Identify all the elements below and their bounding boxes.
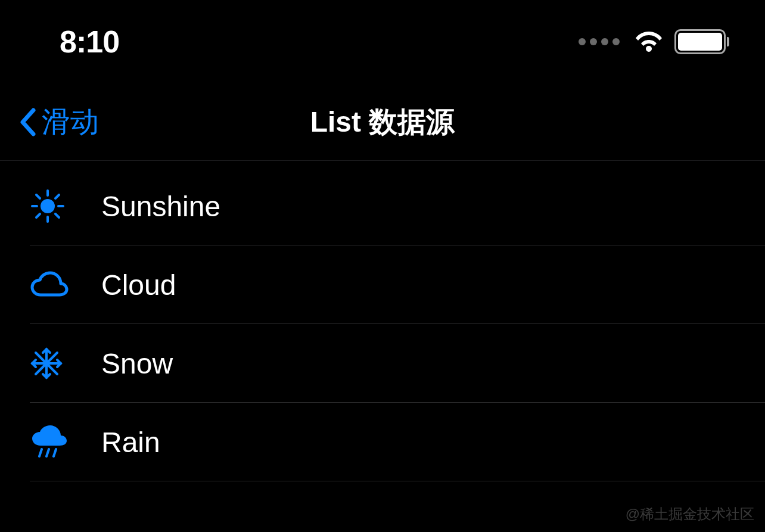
back-label: 滑动	[42, 103, 99, 141]
cloud-icon	[30, 270, 77, 300]
svg-line-7	[55, 195, 59, 198]
back-button[interactable]: 滑动	[18, 103, 99, 141]
snowflake-icon	[30, 347, 77, 380]
list-item-rain[interactable]: Rain	[0, 403, 765, 481]
wifi-icon	[634, 30, 664, 53]
svg-line-15	[54, 449, 56, 456]
list-item-label: Sunshine	[101, 190, 220, 223]
svg-line-13	[39, 449, 42, 456]
svg-point-0	[41, 199, 55, 213]
svg-line-5	[36, 195, 40, 198]
list-item-label: Cloud	[101, 269, 176, 301]
svg-line-14	[46, 449, 49, 456]
status-bar: 8:10	[0, 0, 765, 83]
status-indicators	[579, 29, 729, 54]
weather-list: Sunshine Cloud	[0, 161, 765, 481]
svg-line-8	[36, 214, 40, 217]
watermark: @稀土掘金技术社区	[626, 505, 754, 524]
list-item-cloud[interactable]: Cloud	[0, 245, 765, 324]
list-item-sunshine[interactable]: Sunshine	[0, 167, 765, 245]
chevron-left-icon	[18, 108, 37, 136]
rain-icon	[30, 424, 77, 460]
battery-icon	[674, 29, 729, 54]
sun-icon	[30, 188, 77, 224]
list-item-snow[interactable]: Snow	[0, 324, 765, 403]
list-item-label: Rain	[101, 426, 160, 459]
navigation-bar: 滑动 List 数据源	[0, 83, 765, 161]
list-item-label: Snow	[101, 347, 173, 380]
status-time: 8:10	[60, 24, 119, 60]
page-title: List 数据源	[310, 103, 455, 141]
cellular-signal-icon	[579, 38, 620, 45]
svg-line-6	[55, 214, 59, 217]
